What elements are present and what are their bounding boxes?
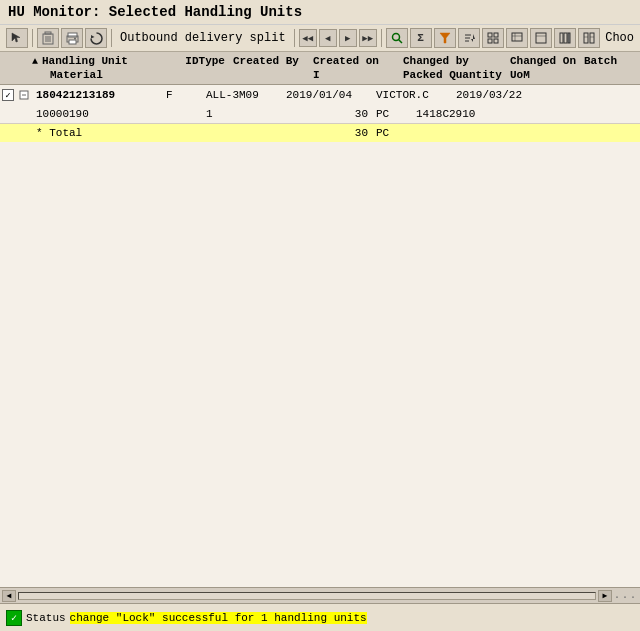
svg-rect-2 xyxy=(45,32,51,34)
svg-rect-20 xyxy=(488,39,492,43)
batch-col-label: Batch xyxy=(580,54,640,68)
scroll-dots: ... xyxy=(614,590,638,601)
horizontal-scrollbar: ◀ ▶ ... xyxy=(0,587,640,603)
created-on-value: 2019/01/04 xyxy=(282,88,372,102)
changed-by-value: VICTOR.C xyxy=(372,88,452,102)
status-text-highlight: change "Lock" successful for 1 handling … xyxy=(70,612,367,624)
sort-asc-icon-btn[interactable] xyxy=(458,28,480,48)
created-on-col-label: Created on xyxy=(309,54,399,68)
checkbox-cell[interactable]: ✓ xyxy=(0,87,16,103)
nav-last-btn[interactable]: ▶▶ xyxy=(359,29,377,47)
uom-value: PC xyxy=(372,107,412,121)
main-window: HU Monitor: Selected Handling Units xyxy=(0,0,640,587)
svg-marker-10 xyxy=(91,35,95,39)
sep4 xyxy=(381,29,382,47)
svg-point-9 xyxy=(74,37,76,39)
refresh-icon-btn[interactable] xyxy=(85,28,107,48)
svg-rect-18 xyxy=(488,33,492,37)
svg-rect-8 xyxy=(69,40,76,44)
svg-rect-27 xyxy=(560,33,563,43)
scroll-right-btn[interactable]: ▶ xyxy=(598,590,612,602)
handling-unit-value: 180421213189 xyxy=(32,88,162,102)
packed-qty-value: 30 xyxy=(282,107,372,121)
data-row-group-1: ✓ 180421213189 F ALL-3M09 2019/01/04 VIC… xyxy=(0,85,640,124)
sep1 xyxy=(32,29,33,47)
outbound-delivery-split-label: Outbound delivery split xyxy=(120,31,286,45)
svg-marker-0 xyxy=(12,33,20,42)
sep3 xyxy=(294,29,295,47)
material-value: 10000190 xyxy=(32,107,162,121)
toolbar: Outbound delivery split ◀◀ ◀ ▶ ▶▶ Σ xyxy=(0,25,640,52)
total-spacer1 xyxy=(162,132,202,134)
nav-next-btn[interactable]: ▶ xyxy=(339,29,357,47)
i-spacer xyxy=(162,113,202,115)
changed-by-col-label: Changed by xyxy=(399,54,506,68)
material-col-label: Material xyxy=(46,68,107,82)
table-subrow: 10000190 1 30 PC 1418C2910 xyxy=(0,105,640,123)
handling-unit-header: ▲ Handling Unit Material xyxy=(32,54,132,82)
svg-marker-13 xyxy=(440,33,450,43)
cursor-icon-btn[interactable] xyxy=(6,28,28,48)
svg-rect-30 xyxy=(584,33,588,43)
sep2 xyxy=(111,29,112,47)
search-icon-btn[interactable] xyxy=(386,28,408,48)
svg-marker-17 xyxy=(471,34,475,42)
svg-rect-29 xyxy=(568,33,570,43)
svg-rect-19 xyxy=(494,33,498,37)
delete-icon-btn[interactable] xyxy=(37,28,59,48)
status-ok-icon: ✓ xyxy=(6,610,22,626)
table-header: ▲ Handling Unit Material IDType Created … xyxy=(0,52,640,85)
total-spacer2 xyxy=(202,132,282,134)
total-qty: 30 xyxy=(282,126,372,140)
svg-rect-22 xyxy=(512,33,522,41)
uom-col-label: UoM xyxy=(506,68,580,82)
changed-on-value: 2019/03/22 xyxy=(452,88,532,102)
created-by-value: ALL-3M09 xyxy=(202,88,282,102)
column-icon-btn[interactable] xyxy=(554,28,576,48)
i-col-label: I xyxy=(309,68,399,82)
batch-value: 1418C2910 xyxy=(412,107,492,121)
filter-icon-btn[interactable] xyxy=(434,28,456,48)
svg-point-11 xyxy=(392,34,399,41)
id-type-value: F xyxy=(162,88,202,102)
created-by-col-label: Created By xyxy=(229,54,309,68)
total-row: * Total 30 PC xyxy=(0,124,640,142)
scroll-track[interactable] xyxy=(18,592,596,600)
i-value: 1 xyxy=(202,107,282,121)
svg-rect-25 xyxy=(536,33,546,43)
total-label: * Total xyxy=(32,126,162,140)
svg-rect-21 xyxy=(494,39,498,43)
scroll-left-btn[interactable]: ◀ xyxy=(2,590,16,602)
changed-on-col-label: Changed On xyxy=(506,54,580,68)
sum-icon-btn[interactable]: Σ xyxy=(410,28,432,48)
svg-rect-31 xyxy=(590,33,594,43)
status-text-prefix: Status xyxy=(26,612,66,624)
handling-unit-col-label: Handling Unit xyxy=(38,54,132,68)
expand-icon[interactable] xyxy=(16,90,32,100)
detail-icon-btn[interactable] xyxy=(530,28,552,48)
choo-label: Choo xyxy=(605,31,634,45)
svg-rect-28 xyxy=(564,33,567,43)
table-row: ✓ 180421213189 F ALL-3M09 2019/01/04 VIC… xyxy=(0,85,640,105)
idtype-col-label: IDType xyxy=(181,54,229,68)
svg-line-12 xyxy=(398,40,402,44)
layout-icon-btn[interactable] xyxy=(482,28,504,48)
print-icon-btn[interactable] xyxy=(61,28,83,48)
title-bar: HU Monitor: Selected Handling Units xyxy=(0,0,640,25)
more-icon-btn[interactable] xyxy=(578,28,600,48)
row-checkbox[interactable]: ✓ xyxy=(2,89,14,101)
nav-prev-btn[interactable]: ◀ xyxy=(319,29,337,47)
status-bar: ✓ Status change "Lock" successful for 1 … xyxy=(0,603,640,631)
table-area: ▲ Handling Unit Material IDType Created … xyxy=(0,52,640,587)
window-title: HU Monitor: Selected Handling Units xyxy=(8,4,302,20)
export-icon-btn[interactable] xyxy=(506,28,528,48)
packed-qty-col-label: Packed Quantity xyxy=(399,68,506,82)
nav-first-btn[interactable]: ◀◀ xyxy=(299,29,317,47)
total-uom: PC xyxy=(372,126,412,140)
